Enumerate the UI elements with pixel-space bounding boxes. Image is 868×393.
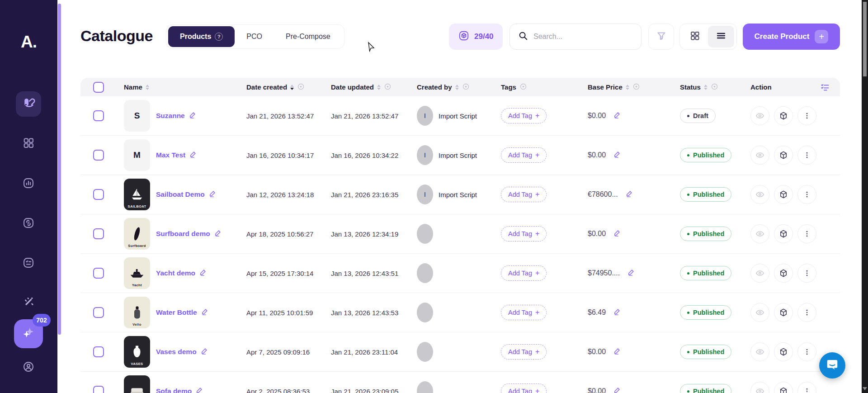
add-tag-button[interactable]: Add Tag + <box>501 384 547 393</box>
column-visibility-icon[interactable] <box>632 83 640 92</box>
tab-pco[interactable]: PCO <box>235 26 274 47</box>
preview-button[interactable] <box>750 185 769 204</box>
row-menu-button[interactable] <box>797 382 816 393</box>
column-visibility-icon[interactable] <box>384 83 392 92</box>
row-checkbox[interactable] <box>93 110 104 121</box>
edit-price-icon[interactable] <box>625 189 633 199</box>
sidebar-scrollbar-thumb[interactable] <box>58 4 61 335</box>
add-tag-button[interactable]: Add Tag + <box>501 108 547 123</box>
sidebar-item-magic[interactable] <box>16 290 41 316</box>
view-3d-button[interactable] <box>774 264 793 283</box>
product-name-link[interactable]: Suzanne <box>156 111 197 121</box>
edit-name-icon[interactable] <box>189 150 197 160</box>
preview-button[interactable] <box>750 224 769 243</box>
chat-launcher-button[interactable] <box>819 352 845 379</box>
column-visibility-icon[interactable] <box>462 83 470 92</box>
sort-toggle[interactable] <box>455 85 459 90</box>
edit-name-icon[interactable] <box>195 386 203 393</box>
sidebar-item-integrations[interactable] <box>16 211 41 237</box>
product-name-link[interactable]: Sofa demo <box>156 386 203 393</box>
add-tag-button[interactable]: Add Tag + <box>501 265 547 281</box>
sidebar-item-palette[interactable] <box>16 91 41 117</box>
edit-price-icon[interactable] <box>627 268 635 278</box>
view-3d-button[interactable] <box>774 146 793 165</box>
row-menu-button[interactable] <box>797 264 816 283</box>
grid-view-button[interactable] <box>682 26 708 47</box>
edit-price-icon[interactable] <box>613 386 621 393</box>
tab-pre-compose[interactable]: Pre-Compose <box>274 26 342 47</box>
preview-button[interactable] <box>750 106 769 125</box>
add-tag-button[interactable]: Add Tag + <box>501 226 547 241</box>
sort-toggle[interactable] <box>704 85 708 90</box>
column-visibility-icon[interactable] <box>711 83 718 92</box>
row-menu-button[interactable] <box>797 185 816 204</box>
row-menu-button[interactable] <box>797 106 816 125</box>
preview-button[interactable] <box>750 382 769 393</box>
edit-price-icon[interactable] <box>613 347 621 357</box>
product-name-link[interactable]: Water Bottle <box>156 308 209 317</box>
view-3d-button[interactable] <box>774 303 793 322</box>
edit-name-icon[interactable] <box>200 347 208 357</box>
add-tag-button[interactable]: Add Tag + <box>501 305 547 320</box>
add-tag-button[interactable]: Add Tag + <box>501 147 547 163</box>
edit-price-icon[interactable] <box>613 308 621 317</box>
view-3d-button[interactable] <box>774 224 793 243</box>
search-input[interactable] <box>533 33 624 41</box>
row-checkbox[interactable] <box>93 307 104 318</box>
preview-button[interactable] <box>750 264 769 283</box>
search-box[interactable] <box>509 24 642 50</box>
sort-toggle[interactable] <box>290 85 294 90</box>
scrollbar-down-arrow[interactable] <box>863 387 867 390</box>
column-visibility-icon[interactable] <box>297 83 305 92</box>
row-menu-button[interactable] <box>797 146 816 165</box>
edit-name-icon[interactable] <box>199 268 207 278</box>
tab-products[interactable]: Products ? <box>168 26 235 47</box>
list-view-button[interactable] <box>708 26 734 47</box>
product-name-link[interactable]: Surfboard demo <box>156 229 222 239</box>
edit-name-icon[interactable] <box>189 111 197 121</box>
help-icon[interactable]: ? <box>215 33 223 41</box>
edit-price-icon[interactable] <box>613 229 621 239</box>
row-checkbox[interactable] <box>93 228 104 239</box>
filter-button[interactable] <box>648 24 674 50</box>
sidebar-item-tasks[interactable] <box>16 251 41 276</box>
page-scrollbar[interactable] <box>862 0 868 393</box>
view-3d-button[interactable] <box>774 185 793 204</box>
add-tag-button[interactable]: Add Tag + <box>501 187 547 202</box>
select-all-checkbox[interactable] <box>93 82 104 93</box>
page-scrollbar-thumb[interactable] <box>863 2 867 76</box>
view-3d-button[interactable] <box>774 342 793 361</box>
row-menu-button[interactable] <box>797 303 816 322</box>
create-product-button[interactable]: Create Product + <box>743 24 840 50</box>
edit-price-icon[interactable] <box>613 150 621 160</box>
sort-toggle[interactable] <box>146 85 149 90</box>
edit-name-icon[interactable] <box>214 229 222 239</box>
sidebar-item-dashboard[interactable] <box>16 131 41 156</box>
edit-name-icon[interactable] <box>201 308 209 317</box>
column-visibility-icon[interactable] <box>519 83 527 92</box>
view-3d-button[interactable] <box>774 106 793 125</box>
product-name-link[interactable]: Yacht demo <box>156 268 207 278</box>
column-settings-icon[interactable] <box>775 82 840 92</box>
row-menu-button[interactable] <box>797 342 816 361</box>
edit-name-icon[interactable] <box>208 189 217 199</box>
edit-price-icon[interactable] <box>613 111 621 121</box>
sidebar-item-analytics[interactable] <box>16 171 41 197</box>
row-checkbox[interactable] <box>93 386 104 393</box>
preview-button[interactable] <box>750 146 769 165</box>
row-menu-button[interactable] <box>797 224 816 243</box>
row-checkbox[interactable] <box>93 189 104 200</box>
row-checkbox[interactable] <box>93 346 104 357</box>
product-name-link[interactable]: Max Test <box>156 150 197 160</box>
sort-toggle[interactable] <box>377 85 381 90</box>
product-name-link[interactable]: Vases demo <box>156 347 208 357</box>
row-checkbox[interactable] <box>93 268 104 279</box>
row-checkbox[interactable] <box>93 150 104 161</box>
preview-button[interactable] <box>750 303 769 322</box>
add-tag-button[interactable]: Add Tag + <box>501 344 547 360</box>
view-3d-button[interactable] <box>774 382 793 393</box>
product-name-link[interactable]: Sailboat Demo <box>156 189 217 199</box>
sort-toggle[interactable] <box>626 85 629 90</box>
sidebar-item-profile[interactable] <box>16 355 41 380</box>
preview-button[interactable] <box>750 342 769 361</box>
